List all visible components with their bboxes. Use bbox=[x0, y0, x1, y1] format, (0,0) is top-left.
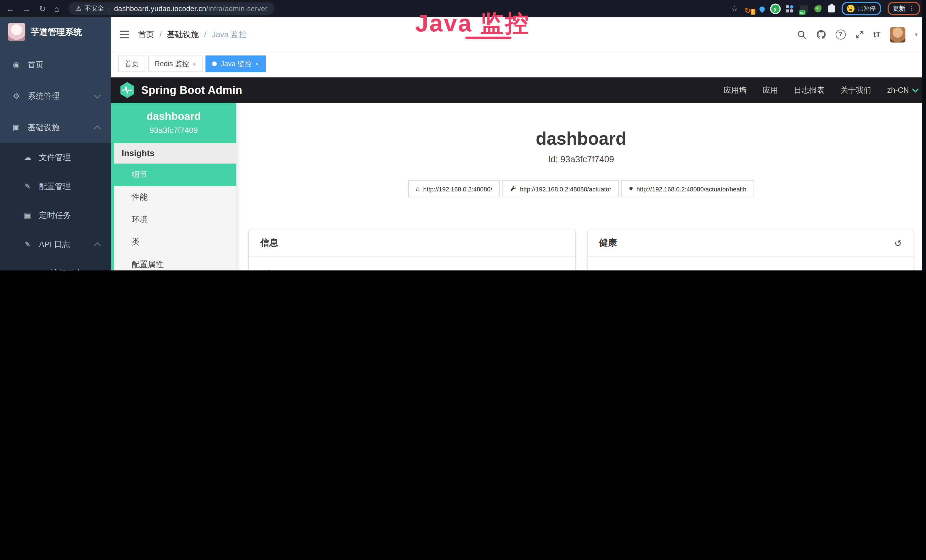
app-logo-image bbox=[8, 23, 26, 41]
page-title: dashboard bbox=[236, 129, 926, 148]
sba-nav-about[interactable]: 关于我们 bbox=[840, 85, 871, 95]
fullscreen-icon[interactable] bbox=[855, 30, 864, 39]
insights-header[interactable]: Insights bbox=[114, 143, 236, 163]
tab-java-monitor[interactable]: Java 监控 × bbox=[206, 56, 265, 72]
extension-refresh-icon[interactable]: ↻ 1 bbox=[744, 5, 753, 13]
extension-pin-icon[interactable] bbox=[758, 5, 766, 13]
sidebar-item-job[interactable]: ▦ 定时任务 bbox=[0, 201, 111, 230]
sba-nav-wallboard[interactable]: 应用墙 bbox=[723, 85, 747, 95]
info-card-title: 信息 bbox=[249, 229, 575, 257]
url-host: dashboard.yudao.iocoder.cn bbox=[114, 5, 206, 13]
sba-navbar: Spring Boot Admin 应用墙 应用 日志报表 关于我们 zh-CN bbox=[111, 77, 926, 103]
gear-icon: ⚙ bbox=[11, 92, 21, 100]
instance-id: 93a3fc7f7409 bbox=[111, 126, 236, 135]
tab-home[interactable]: 首页 bbox=[118, 56, 145, 72]
health-row: Instance UP bbox=[601, 259, 899, 271]
insights-section: Insights 细节 性能 环境 类 配置属性 计划任务 bbox=[111, 143, 236, 271]
address-divider: | bbox=[108, 5, 110, 13]
tab-redis-monitor[interactable]: Redis 监控 × bbox=[148, 56, 203, 72]
sidebar-item-system[interactable]: ⚙ 系统管理 bbox=[0, 80, 111, 112]
window-right-edge bbox=[922, 0, 926, 271]
gauge-icon: ◉ bbox=[11, 60, 21, 69]
sba-nav-journal[interactable]: 日志报表 bbox=[794, 85, 825, 95]
address-bar[interactable]: ⚠ 不安全 | dashboard.yudao.iocoder.cn/infra… bbox=[69, 2, 275, 15]
instance-name: dashboard bbox=[111, 110, 236, 123]
sba-nav-applications[interactable]: 应用 bbox=[763, 85, 778, 95]
info-key: git bbox=[263, 269, 319, 271]
insight-item-environment[interactable]: 环境 bbox=[114, 209, 236, 231]
emoji-face-icon bbox=[846, 5, 854, 12]
health-key: Instance bbox=[601, 270, 636, 271]
breadcrumb-home[interactable]: 首页 bbox=[138, 29, 154, 40]
extension-leaf-icon[interactable] bbox=[814, 5, 822, 12]
warning-icon: ⚠ bbox=[76, 5, 81, 12]
help-icon[interactable]: ? bbox=[835, 30, 846, 40]
sidebar-item-access-log[interactable]: ✎ 访问日志 bbox=[0, 259, 111, 271]
user-menu-caret-icon[interactable]: ▾ bbox=[915, 31, 918, 38]
extension-on-icon[interactable]: on bbox=[799, 5, 808, 12]
hamburger-icon[interactable] bbox=[119, 30, 129, 39]
app-logo[interactable]: 芋道管理系统 bbox=[0, 17, 111, 47]
sba-language-select[interactable]: zh-CN bbox=[887, 86, 918, 94]
screen: ← → ↻ ⌂ ⚠ 不安全 | dashboard.yudao.iocoder.… bbox=[0, 0, 926, 271]
update-button[interactable]: 更新 ⋮ bbox=[888, 2, 920, 15]
breadcrumb-current: Java 监控 bbox=[212, 29, 247, 40]
health-card-title: 健康 bbox=[599, 238, 617, 248]
paused-badge[interactable]: 已暂停 bbox=[841, 2, 881, 15]
sidebar-item-api-log[interactable]: ✎ API 日志 bbox=[0, 230, 111, 259]
breadcrumb-infra[interactable]: 基础设施 bbox=[167, 29, 199, 40]
breadcrumb: 首页 / 基础设施 / Java 监控 bbox=[138, 29, 247, 40]
calendar-icon: ▦ bbox=[23, 211, 33, 219]
instance-header[interactable]: dashboard 93a3fc7f7409 bbox=[111, 103, 236, 143]
heart-icon: ♥ bbox=[629, 185, 633, 192]
insight-item-classes[interactable]: 类 bbox=[114, 231, 236, 254]
browser-back-icon[interactable]: ← bbox=[6, 4, 14, 13]
github-icon[interactable] bbox=[816, 30, 826, 40]
monitor-icon: ▣ bbox=[11, 123, 21, 132]
browser-forward-icon[interactable]: → bbox=[23, 4, 31, 13]
chevron-up-icon bbox=[94, 126, 101, 132]
health-card: 健康 ↺ Instance UP bbox=[587, 229, 914, 271]
instance-id-line: Id: 93a3fc7f7409 bbox=[236, 154, 926, 164]
url-path: /infra/admin-server bbox=[206, 5, 268, 13]
browser-home-icon[interactable]: ⌂ bbox=[54, 4, 59, 13]
sba-logo-icon[interactable] bbox=[119, 82, 135, 99]
extension-y-icon[interactable]: y bbox=[771, 5, 779, 13]
notification-badge: 1 bbox=[750, 9, 755, 15]
status-badge: UP bbox=[888, 270, 899, 271]
active-dot-icon bbox=[212, 61, 217, 66]
wrench-icon bbox=[510, 185, 516, 192]
close-icon[interactable]: × bbox=[255, 60, 259, 67]
history-icon[interactable]: ↺ bbox=[894, 238, 902, 248]
security-label: 不安全 bbox=[85, 4, 104, 13]
security-warning[interactable]: ⚠ 不安全 bbox=[76, 4, 104, 13]
infra-submenu: ☁ 文件管理 ✎ 配置管理 ▦ 定时任务 ✎ API 日志 bbox=[0, 143, 111, 271]
sidebar-item-file[interactable]: ☁ 文件管理 bbox=[0, 143, 111, 172]
annotation-underline bbox=[465, 36, 511, 39]
actuator-url-button[interactable]: http://192.168.0.2:48080/actuator bbox=[502, 180, 619, 197]
browser-reload-icon[interactable]: ↻ bbox=[39, 4, 46, 13]
browser-menu-icon[interactable]: ⋮ bbox=[908, 5, 915, 12]
insight-item-config-props[interactable]: 配置属性 bbox=[114, 253, 236, 271]
sidebar-item-infra[interactable]: ▣ 基础设施 bbox=[0, 112, 111, 143]
insight-item-details[interactable]: 细节 bbox=[114, 164, 236, 186]
extensions-puzzle-icon[interactable] bbox=[828, 5, 835, 12]
annotation-text: Java 监控 bbox=[415, 7, 530, 40]
sidebar-item-home[interactable]: ◉ 首页 bbox=[0, 49, 111, 80]
info-row: git commit: time: 1596289704000 id: 27aa… bbox=[263, 259, 561, 271]
health-url-button[interactable]: ♥ http://192.168.0.2:48080/actuator/heal… bbox=[622, 180, 754, 197]
search-icon[interactable] bbox=[797, 30, 806, 39]
user-avatar[interactable] bbox=[890, 27, 905, 42]
info-card: 信息 git commit: time: 1596289704000 id: 2… bbox=[249, 229, 575, 271]
sba-brand[interactable]: Spring Boot Admin bbox=[141, 83, 242, 97]
chevron-down-icon bbox=[912, 86, 918, 92]
service-url-button[interactable]: ⌂ http://192.168.0.2:48080/ bbox=[408, 180, 500, 197]
font-size-icon[interactable]: tT bbox=[873, 30, 881, 39]
bookmark-star-icon[interactable]: ☆ bbox=[731, 4, 738, 13]
close-icon[interactable]: × bbox=[192, 60, 196, 67]
tag-tabs: 首页 Redis 监控 × Java 监控 × bbox=[111, 53, 926, 77]
sidebar-item-config[interactable]: ✎ 配置管理 bbox=[0, 172, 111, 201]
chevron-down-icon bbox=[94, 92, 101, 98]
insight-item-metrics[interactable]: 性能 bbox=[114, 186, 236, 209]
extension-grid-icon[interactable] bbox=[786, 5, 793, 12]
